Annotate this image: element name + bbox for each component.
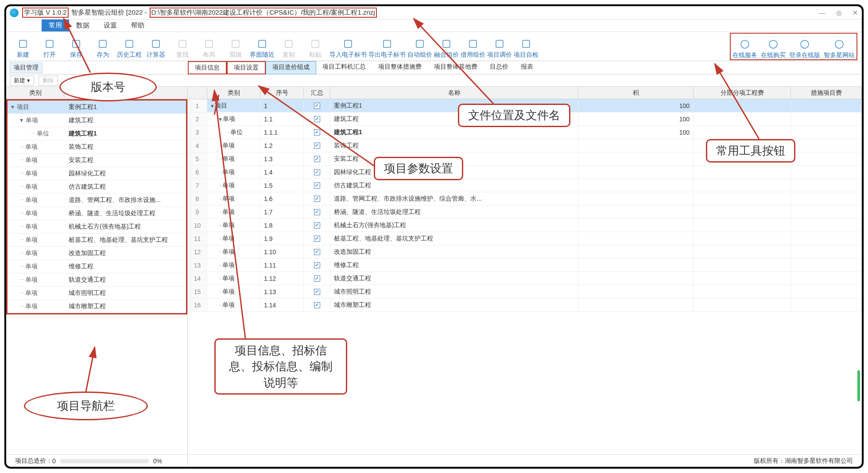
toolbar-label: 层级 xyxy=(229,51,242,59)
tree-row[interactable]: ┈ 单项安装工程 xyxy=(8,154,186,167)
checkbox-icon[interactable]: ✓ xyxy=(314,302,320,308)
checkbox-icon[interactable]: ✓ xyxy=(314,236,320,242)
upper-tab-7[interactable]: 报表 xyxy=(515,61,539,74)
toolbar-btn-5[interactable]: 计算器 xyxy=(143,33,168,59)
checkbox-icon[interactable]: ✓ xyxy=(314,182,320,189)
toolbar-label: 在线服务 xyxy=(732,51,757,59)
toolbar: 新建打开保存存为历史工程计算器查找布局层级界面随近复制粘贴导入电子标书导出电子标… xyxy=(6,32,862,61)
callout-pinfo: 项目信息、招标信息、投标信息、编制说明等 xyxy=(214,338,347,395)
toolbar-right-btn-3[interactable]: 智多星网站 xyxy=(824,34,855,59)
checkbox-icon[interactable]: ✓ xyxy=(314,209,320,215)
toolbar-btn-2[interactable]: 保存 xyxy=(64,33,89,59)
toolbar-btn-16[interactable]: 借用组价 xyxy=(461,33,485,59)
tree-row[interactable]: ┈ 单项改造加固工程 xyxy=(8,247,186,260)
tree-row[interactable]: ┈ 单项维修工程 xyxy=(8,260,186,273)
toolbar-btn-1[interactable]: 打开 xyxy=(37,33,62,59)
tree-row[interactable]: ┈ 单项装饰工程 xyxy=(8,140,186,154)
grid-row[interactable]: 6┈ 单项1.4✓园林绿化工程 xyxy=(188,166,862,179)
callout-params: 项目参数设置 xyxy=(374,157,463,180)
tree-row[interactable]: ┈ 单项道路、管网工程、市政排水设施... xyxy=(8,194,186,207)
maximize-icon[interactable]: ◎ xyxy=(836,9,842,17)
grid-row[interactable]: 11┈ 单项1.9✓桩基工程、地基处理、基坑支护工程 xyxy=(188,232,862,245)
grid-col-partial: 分部分项工程费 xyxy=(694,87,791,99)
toolbar-btn-15[interactable]: 融合组价 xyxy=(434,33,459,59)
toolbar-btn-14[interactable]: 自动组价 xyxy=(407,33,432,59)
upper-tab-4[interactable]: 项目整体措施费 xyxy=(372,61,428,74)
upper-tab-1[interactable]: 项目设置 xyxy=(227,61,266,74)
grid-row[interactable]: 10┈ 单项1.8✓机械土石方(强夯地基)工程 xyxy=(188,219,862,232)
tree-row[interactable]: ┈ 单项桩基工程、地基处理、基坑支护工程 xyxy=(8,233,186,247)
menu-help[interactable]: 帮助 xyxy=(124,19,151,31)
checkbox-icon[interactable]: ✓ xyxy=(314,249,320,255)
upper-tab-2[interactable]: 项目造价组成 xyxy=(266,61,316,74)
grid-row[interactable]: 8┈ 单项1.6✓道路、管网工程、市政排水设施维护、综合管廊、水... xyxy=(188,192,862,205)
tree-row[interactable]: ┈ 单项仿古建筑工程 xyxy=(8,180,186,194)
toolbar-btn-0[interactable]: 新建 xyxy=(11,33,35,59)
tree-row[interactable]: ▾ 单项建筑工程 xyxy=(8,114,186,127)
toolbar-icon xyxy=(467,38,479,50)
toolbar-btn-18[interactable]: 项目自检 xyxy=(514,33,539,59)
toolbar-right-btn-1[interactable]: 在线购买 xyxy=(761,34,786,59)
checkbox-icon[interactable]: ✓ xyxy=(314,116,320,122)
grid-row[interactable]: 13┈ 单项1.11✓维修工程 xyxy=(188,259,862,272)
callout-version: 版本号 xyxy=(59,73,157,101)
upper-tab-6[interactable]: 目总价 xyxy=(484,61,515,74)
grid-row[interactable]: 15┈ 单项1.13✓城市照明工程 xyxy=(188,285,862,299)
tree-row[interactable]: ┈ 单项园林绿化工程 xyxy=(8,167,186,180)
toolbar-icon xyxy=(440,38,453,50)
grid-row[interactable]: 16┈ 单项1.14✓城市雕塑工程 xyxy=(188,299,862,312)
toolbar-btn-13[interactable]: 导出电子标书 xyxy=(368,33,406,59)
tree-row[interactable]: ┈ 单项机械土石方(强夯地基)工程 xyxy=(8,220,186,233)
grid-row[interactable]: 7┈ 单项1.5✓仿古建筑工程 xyxy=(188,179,862,192)
toolbar-right-btn-2[interactable]: 登录在线版 xyxy=(789,34,820,59)
delete-button[interactable]: 删除 xyxy=(39,76,58,85)
tree-row[interactable]: ┈ 单项城市雕塑工程 xyxy=(8,300,186,313)
upper-tab-3[interactable]: 项目工料机汇总 xyxy=(316,61,372,74)
svg-point-22 xyxy=(835,40,843,48)
upper-tab-0[interactable]: 项目信息 xyxy=(188,61,227,74)
toolbar-btn-12[interactable]: 导入电子标书 xyxy=(329,33,367,59)
minimize-icon[interactable]: — xyxy=(819,9,825,17)
toolbar-btn-4[interactable]: 历史工程 xyxy=(117,33,142,59)
menu-data[interactable]: 数据 xyxy=(69,19,97,31)
toolbar-label: 项目调价 xyxy=(487,51,512,59)
close-icon[interactable]: ✕ xyxy=(852,9,858,17)
toolbar-icon xyxy=(43,38,56,50)
scroll-indicator-icon[interactable] xyxy=(857,370,860,401)
menu-common[interactable]: 常用 xyxy=(42,19,69,31)
checkbox-icon[interactable]: ✓ xyxy=(314,262,320,268)
checkbox-icon[interactable]: ✓ xyxy=(314,275,320,282)
status-total-label: 项目总造价： xyxy=(15,457,52,465)
tree-row[interactable]: ┈ 单项桥涵、隧道、生活垃圾处理工程 xyxy=(8,207,186,220)
toolbar-btn-3[interactable]: 存为 xyxy=(90,33,115,59)
tree-row[interactable]: ┈ 单位建筑工程1 xyxy=(8,127,186,140)
new-dropdown[interactable]: 新建 ▾ xyxy=(10,76,34,85)
upper-tab-5[interactable]: 项目整体其他费 xyxy=(428,61,484,74)
toolbar-label: 在线购买 xyxy=(761,51,786,59)
tree-row[interactable]: ┈ 单项轨道交通工程 xyxy=(8,273,186,287)
grid-row[interactable]: 9┈ 单项1.7✓桥涵、隧道、生活垃圾处理工程 xyxy=(188,205,862,219)
toolbar-icon xyxy=(798,38,811,50)
menu-settings[interactable]: 设置 xyxy=(97,19,124,31)
checkbox-icon[interactable]: ✓ xyxy=(314,129,320,136)
tree-row[interactable]: ▾ 项目案例工程1 xyxy=(8,101,186,114)
status-total-value: 0 xyxy=(52,457,56,465)
grid-row[interactable]: 3┈ 单位1.1.1✓建筑工程1100 xyxy=(188,126,862,139)
checkbox-icon[interactable]: ✓ xyxy=(314,289,320,295)
toolbar-icon xyxy=(256,38,268,50)
app-logo-icon xyxy=(10,8,19,17)
toolbar-right-btn-0[interactable]: 在线服务 xyxy=(732,34,757,59)
grid-row[interactable]: 12┈ 单项1.10✓改造加固工程 xyxy=(188,245,862,259)
checkbox-icon[interactable]: ✓ xyxy=(314,156,320,162)
project-mgmt-tab[interactable]: 项目管理 xyxy=(10,62,43,73)
toolbar-btn-17[interactable]: 项目调价 xyxy=(487,33,512,59)
grid-row[interactable]: 14┈ 单项1.12✓轨道交通工程 xyxy=(188,272,862,285)
checkbox-icon[interactable]: ✓ xyxy=(314,196,320,202)
svg-rect-2 xyxy=(73,40,80,47)
checkbox-icon[interactable]: ✓ xyxy=(314,103,320,109)
toolbar-btn-9[interactable]: 界面随近 xyxy=(250,33,275,59)
checkbox-icon[interactable]: ✓ xyxy=(314,222,320,229)
tree-row[interactable]: ┈ 单项城市照明工程 xyxy=(8,287,186,300)
checkbox-icon[interactable]: ✓ xyxy=(314,143,320,149)
checkbox-icon[interactable]: ✓ xyxy=(314,169,320,175)
